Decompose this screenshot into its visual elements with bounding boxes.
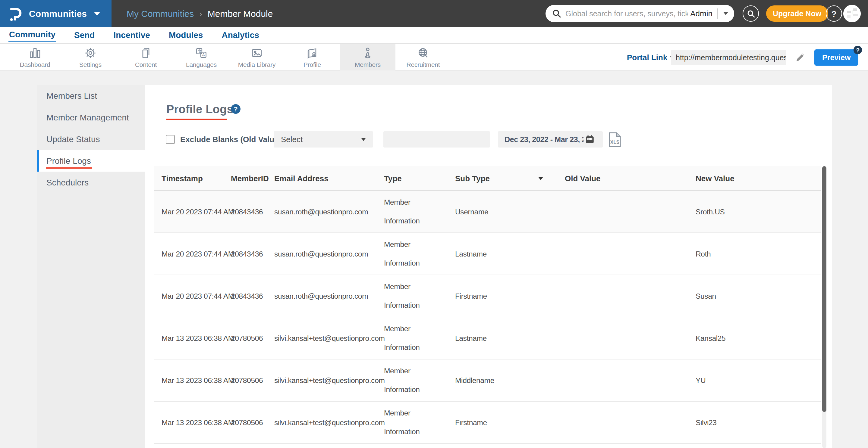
cell-email: silvi.kansal+test@questionpro.com — [271, 334, 384, 342]
exclude-blanks-label: Exclude Blanks (Old Value) — [180, 131, 281, 147]
date-range-picker[interactable]: Dec 23, 2022 - Mar 23, 2023 — [498, 131, 603, 147]
profile-logs-table: Timestamp MemberID Email Address Type Su… — [154, 166, 821, 444]
module-toolbar: Dashboard Settings Content 文 A Languages — [0, 44, 868, 70]
sidebar-item-member-management[interactable]: Member Management — [37, 107, 145, 128]
preview-button[interactable]: Preview — [814, 49, 859, 66]
sidebar-item-update-status[interactable]: Update Status — [37, 128, 145, 150]
table-row: Mar 13 2023 06:38 AM 20780506 silvi.kans… — [154, 402, 821, 444]
portal-url-field[interactable]: http://membermoduletesting.questio — [671, 50, 786, 65]
filters-row: Exclude Blanks (Old Value) Select Dec 23… — [145, 131, 832, 147]
title-underline — [166, 118, 227, 120]
table-body: Mar 20 2023 07:44 AM 20843436 susan.roth… — [154, 191, 821, 444]
cell-email: silvi.kansal+test@questionpro.com — [271, 376, 384, 384]
type-filter-value: Select — [281, 135, 361, 144]
title-help-icon[interactable]: ? — [231, 104, 241, 114]
svg-text:文: 文 — [198, 49, 202, 54]
portal-link-dropdown[interactable]: Portal Link — [627, 44, 675, 70]
cell-new-value: Kansal25 — [695, 334, 821, 342]
gear-icon — [84, 46, 97, 60]
edit-pencil-icon[interactable] — [795, 51, 807, 63]
toolbar-item-content[interactable]: Content — [118, 44, 174, 70]
tab-send[interactable]: Send — [73, 29, 95, 41]
tab-analytics[interactable]: Analytics — [221, 29, 260, 41]
cell-new-value: YU — [695, 376, 821, 384]
avatar[interactable] — [843, 5, 861, 22]
cell-subtype: Lastname — [455, 334, 565, 342]
content-card: Members List Member Management Update St… — [37, 85, 832, 448]
toolbar-item-members[interactable]: Members — [340, 44, 396, 70]
breadcrumb: My Communities › Member Module — [127, 0, 273, 27]
scope-dropdown-caret-icon[interactable] — [723, 12, 728, 15]
translate-icon: 文 A — [195, 46, 208, 60]
log-search-box — [383, 131, 490, 147]
cell-memberid: 20780506 — [231, 334, 271, 342]
cell-new-value: Susan — [695, 292, 821, 300]
cell-timestamp: Mar 20 2023 07:44 AM — [154, 292, 231, 300]
sidebar-item-members-list[interactable]: Members List — [37, 85, 145, 107]
scrollbar-thumb[interactable] — [822, 166, 827, 412]
toolbar-item-languages[interactable]: 文 A Languages — [174, 44, 229, 70]
cell-timestamp: Mar 13 2023 06:38 AM — [154, 376, 231, 384]
cell-new-value: Silvi23 — [695, 418, 821, 426]
table-row: Mar 20 2023 07:44 AM 20843436 susan.roth… — [154, 275, 821, 317]
column-header-memberid: MemberID — [231, 174, 271, 183]
upgrade-now-button[interactable]: Upgrade Now — [766, 5, 828, 22]
export-xls-icon[interactable]: XLS — [608, 132, 621, 147]
chevron-down-icon — [94, 12, 100, 15]
sidebar-item-schedulers[interactable]: Schedulers — [37, 172, 145, 193]
sidebar-item-profile-logs[interactable]: Profile Logs — [37, 150, 145, 172]
cell-subtype: Lastname — [455, 250, 565, 258]
search-icon — [747, 9, 755, 18]
globe-search-icon — [416, 46, 430, 60]
cell-email: susan.roth@questionpro.com — [271, 250, 384, 258]
global-search[interactable]: Admin — [546, 5, 734, 22]
tab-community[interactable]: Community — [8, 28, 56, 42]
cell-type: Member Information — [384, 193, 455, 230]
tab-modules[interactable]: Modules — [168, 29, 204, 41]
vertical-scrollbar[interactable] — [822, 166, 827, 448]
cell-type: Member Information — [384, 319, 455, 357]
cell-subtype: Middlename — [455, 376, 565, 384]
search-icon — [552, 9, 561, 18]
column-header-email: Email Address — [271, 174, 384, 183]
table-row: Mar 20 2023 07:44 AM 20843436 susan.roth… — [154, 191, 821, 233]
cell-subtype: Firstname — [455, 418, 565, 426]
help-button[interactable]: ? — [826, 5, 842, 22]
cell-timestamp: Mar 20 2023 07:44 AM — [154, 207, 231, 216]
cell-subtype: Firstname — [455, 292, 565, 300]
column-header-new-value: New Value — [695, 174, 821, 183]
search-scope-value: Admin — [690, 9, 712, 18]
questionpro-logo-icon — [9, 6, 22, 22]
tab-incentive[interactable]: Incentive — [113, 29, 150, 41]
toolbar-item-dashboard[interactable]: Dashboard — [7, 44, 63, 70]
column-header-old-value: Old Value — [565, 174, 695, 183]
cell-email: silvi.kansal+test@questionpro.com — [271, 418, 384, 426]
type-filter-select[interactable]: Select — [274, 131, 373, 147]
toolbar-item-media-library[interactable]: Media Library — [229, 44, 284, 70]
log-search-input[interactable] — [390, 135, 495, 144]
table-row: Mar 20 2023 07:44 AM 20843436 susan.roth… — [154, 233, 821, 275]
cell-memberid: 20843436 — [231, 250, 271, 258]
preview-help-badge[interactable]: ? — [854, 46, 862, 54]
cell-type: Member Information — [384, 235, 455, 273]
subtype-filter-caret-icon[interactable] — [538, 177, 543, 180]
toolbar-item-recruitment[interactable]: Recruitment — [396, 44, 451, 70]
bar-chart-icon — [28, 46, 41, 60]
cell-type: Member Information — [384, 277, 455, 315]
table-row: Mar 13 2023 06:38 AM 20780506 silvi.kans… — [154, 317, 821, 359]
toolbar-item-profile[interactable]: Profile — [284, 44, 340, 70]
breadcrumb-separator: › — [199, 9, 202, 19]
global-search-input[interactable] — [565, 9, 688, 18]
divider — [717, 8, 718, 19]
exclude-blanks-checkbox[interactable] — [166, 135, 175, 144]
toolbar-item-settings[interactable]: Settings — [63, 44, 118, 70]
product-switcher[interactable]: Communities — [0, 0, 112, 27]
image-icon — [250, 46, 264, 60]
pages-icon — [139, 46, 153, 60]
cell-type: Member Information — [384, 361, 455, 399]
page-title: Profile Logs — [166, 103, 233, 116]
header-search-button[interactable] — [743, 5, 759, 22]
cell-memberid: 20780506 — [231, 376, 271, 384]
column-header-timestamp: Timestamp — [154, 174, 231, 183]
breadcrumb-parent-link[interactable]: My Communities — [127, 8, 194, 19]
